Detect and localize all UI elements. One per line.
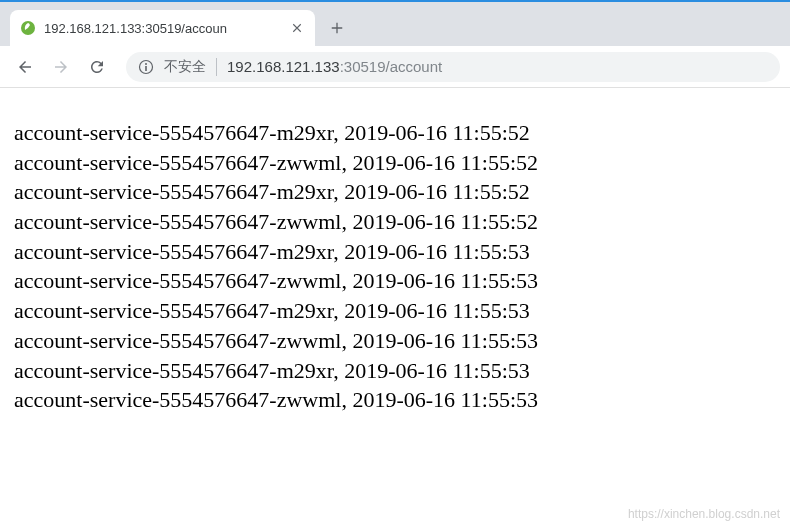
toolbar: 不安全 192.168.121.133:30519/account	[0, 46, 790, 88]
info-icon[interactable]	[138, 59, 154, 75]
back-button[interactable]	[10, 52, 40, 82]
address-divider	[216, 58, 217, 76]
address-bar[interactable]: 不安全 192.168.121.133:30519/account	[126, 52, 780, 82]
new-tab-button[interactable]	[323, 14, 351, 42]
response-line: account-service-5554576647-zwwml, 2019-0…	[14, 326, 776, 356]
tab-strip: 192.168.121.133:30519/accoun	[0, 2, 790, 46]
url-path: /account	[386, 58, 443, 75]
svg-rect-3	[145, 66, 147, 71]
response-line: account-service-5554576647-zwwml, 2019-0…	[14, 207, 776, 237]
response-line: account-service-5554576647-zwwml, 2019-0…	[14, 148, 776, 178]
tab-title: 192.168.121.133:30519/accoun	[44, 21, 281, 36]
response-line: account-service-5554576647-m29xr, 2019-0…	[14, 296, 776, 326]
url-host: 192.168.121.133	[227, 58, 340, 75]
favicon-spring-icon	[20, 20, 36, 36]
url-port: :30519	[340, 58, 386, 75]
page-content: account-service-5554576647-m29xr, 2019-0…	[0, 88, 790, 429]
close-tab-icon[interactable]	[289, 20, 305, 36]
response-line: account-service-5554576647-zwwml, 2019-0…	[14, 385, 776, 415]
security-label: 不安全	[164, 58, 206, 76]
watermark-text: https://xinchen.blog.csdn.net	[628, 507, 780, 521]
response-line: account-service-5554576647-m29xr, 2019-0…	[14, 356, 776, 386]
url-text: 192.168.121.133:30519/account	[227, 58, 442, 75]
browser-tab[interactable]: 192.168.121.133:30519/accoun	[10, 10, 315, 46]
response-line: account-service-5554576647-zwwml, 2019-0…	[14, 266, 776, 296]
svg-point-2	[145, 63, 147, 65]
response-line: account-service-5554576647-m29xr, 2019-0…	[14, 237, 776, 267]
reload-button[interactable]	[82, 52, 112, 82]
response-line: account-service-5554576647-m29xr, 2019-0…	[14, 118, 776, 148]
response-line: account-service-5554576647-m29xr, 2019-0…	[14, 177, 776, 207]
forward-button[interactable]	[46, 52, 76, 82]
